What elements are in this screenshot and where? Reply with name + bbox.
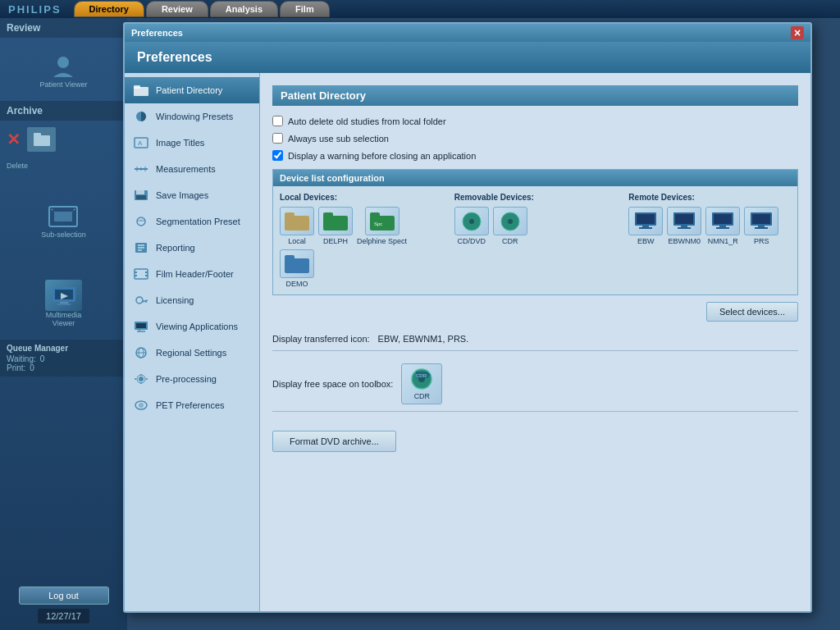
device-cddvd[interactable]: CD/DVD — [454, 207, 489, 245]
nav-measurements[interactable]: Measurements — [125, 156, 259, 182]
nav-regional[interactable]: Regional Settings — [125, 340, 259, 366]
patient-viewer-label: Patient Viewer — [40, 80, 88, 89]
svg-rect-1 — [34, 135, 50, 146]
device-local[interactable]: Local — [280, 207, 314, 245]
delphine-label: Delphine Spect — [357, 237, 407, 245]
select-btn-row: Select devices... — [272, 302, 798, 322]
svg-rect-13 — [134, 85, 140, 89]
demo-folder-icon — [280, 249, 314, 278]
device-ebwnm0[interactable]: EBWNM0 — [667, 207, 701, 245]
queue-label: Queue Manager — [7, 344, 121, 353]
nav-viewing-apps[interactable]: Viewing Applications — [125, 313, 259, 340]
film-icon — [133, 267, 149, 281]
svg-point-65 — [508, 219, 513, 224]
free-space-cdr-icon: CDR CDR — [401, 363, 442, 404]
svg-rect-31 — [135, 275, 137, 276]
device-cdr[interactable]: CDR — [493, 207, 527, 245]
nav-tab-film[interactable]: Film — [280, 1, 330, 17]
globe-icon — [133, 346, 149, 359]
local-devices-label: Local Devices: — [280, 193, 442, 202]
sub-selection-icon-item[interactable]: Sub-selection — [37, 198, 90, 243]
nav-image-titles[interactable]: A Image Titles — [125, 130, 259, 156]
nav-pet[interactable]: PET Preferences — [125, 392, 259, 418]
nav-regional-label: Regional Settings — [156, 348, 226, 358]
multimedia-icon-item[interactable]: MultimediaViewer — [0, 276, 127, 331]
svg-text:Spc: Spc — [374, 221, 382, 226]
nav-tab-analysis[interactable]: Analysis — [210, 1, 278, 17]
ebwnm0-label: EBWNM0 — [669, 237, 701, 245]
nav-save-images[interactable]: Save Images — [125, 182, 259, 208]
modal-overlay: Preferences × Preferences Patient Direct… — [119, 18, 824, 621]
log-out-button[interactable]: Log out — [19, 587, 109, 605]
checkbox-display-warning-input[interactable] — [272, 150, 283, 161]
removable-devices-label: Removable Devices: — [454, 193, 617, 202]
nav-reporting[interactable]: Reporting — [125, 235, 259, 261]
local-devices-row: Local DELPH Spc — [280, 207, 442, 288]
device-delphine[interactable]: Spc Delphine Spect — [357, 207, 407, 245]
checkbox-sub-selection: Always use sub selection — [272, 133, 798, 144]
nav-windowing-presets[interactable]: Windowing Presets — [125, 103, 259, 130]
delph-folder-icon — [318, 207, 353, 235]
remote-devices-label: Remote Devices: — [628, 193, 791, 202]
archive-icon[interactable] — [27, 127, 56, 152]
cdr-label: CDR — [502, 237, 518, 245]
svg-rect-55 — [323, 212, 333, 217]
prs-label: PRS — [754, 237, 769, 245]
image-icon: A — [133, 136, 149, 149]
modal-close-button[interactable]: × — [791, 26, 804, 39]
nav-preprocessing-label: Pre-processing — [156, 374, 217, 384]
nav-patient-directory[interactable]: Patient Directory — [125, 77, 259, 103]
select-devices-button[interactable]: Select devices... — [706, 302, 798, 322]
app-icon — [133, 320, 149, 333]
ebwnm0-monitor-icon — [667, 207, 701, 235]
nav-film-header[interactable]: Film Header/Footer — [125, 261, 259, 287]
pet-icon — [133, 399, 149, 412]
archive-section-label: Archive — [0, 101, 127, 121]
nav-tabs: Directory Review Analysis Film — [74, 1, 330, 17]
ruler-icon — [133, 162, 149, 176]
patient-viewer-icon-item[interactable]: Patient Viewer — [36, 48, 92, 93]
format-dvd-button[interactable]: Format DVD archive... — [272, 431, 396, 452]
svg-rect-72 — [675, 214, 693, 224]
review-icon-group: Patient Viewer — [0, 39, 127, 101]
nav-licensing[interactable]: Licensing — [125, 287, 259, 313]
checkbox-auto-delete: Auto delete old studies from local folde… — [272, 116, 798, 126]
sidebar-action-labels: Delete — [0, 158, 127, 173]
device-prs[interactable]: PRS — [744, 207, 778, 245]
nav-preprocessing[interactable]: Pre-processing — [125, 366, 259, 392]
sidebar-bottom: Log out 12/27/17 — [0, 580, 127, 630]
svg-rect-29 — [135, 269, 148, 279]
nav-tab-review[interactable]: Review — [146, 1, 208, 17]
nav-licensing-label: Licensing — [156, 295, 194, 305]
multimedia-label: MultimediaViewer — [46, 311, 82, 327]
device-demo[interactable]: DEMO — [280, 249, 314, 288]
nav-tab-directory[interactable]: Directory — [74, 1, 144, 17]
date-display: 12/27/17 — [38, 609, 89, 623]
device-nmn1r[interactable]: NMN1_R — [705, 207, 740, 245]
prefs-content: Patient Directory Auto delete old studie… — [260, 73, 810, 611]
svg-rect-33 — [145, 275, 148, 276]
svg-rect-52 — [285, 216, 309, 231]
delete-icon[interactable]: ✕ — [7, 130, 21, 149]
separator-1 — [272, 350, 798, 351]
device-ebw[interactable]: EBW — [628, 207, 663, 245]
removable-devices-row: CD/DVD CDR — [454, 207, 617, 245]
nav-segmentation[interactable]: Segmentation Preset — [125, 208, 259, 235]
delete-label: Delete — [7, 162, 28, 170]
nav-image-titles-label: Image Titles — [156, 138, 204, 148]
ebw-monitor-icon — [628, 207, 663, 235]
nav-segmentation-label: Segmentation Preset — [156, 217, 240, 226]
nav-patient-directory-label: Patient Directory — [156, 85, 222, 95]
checkbox-auto-delete-input[interactable] — [272, 116, 283, 126]
waiting-label: Waiting: — [7, 354, 36, 363]
nav-reporting-label: Reporting — [156, 243, 195, 253]
free-space-device-label: CDR — [414, 392, 431, 400]
device-delph[interactable]: DELPH — [318, 207, 353, 245]
nav-viewing-apps-label: Viewing Applications — [156, 322, 238, 331]
display-free-space-row: Display free space on toolbox: CDR CDR — [272, 363, 798, 404]
checkbox-sub-selection-input[interactable] — [272, 133, 283, 144]
report-icon — [133, 241, 149, 254]
review-section-label: Review — [0, 18, 127, 38]
queue-print: Print: 0 — [7, 363, 121, 372]
svg-rect-78 — [716, 227, 729, 229]
